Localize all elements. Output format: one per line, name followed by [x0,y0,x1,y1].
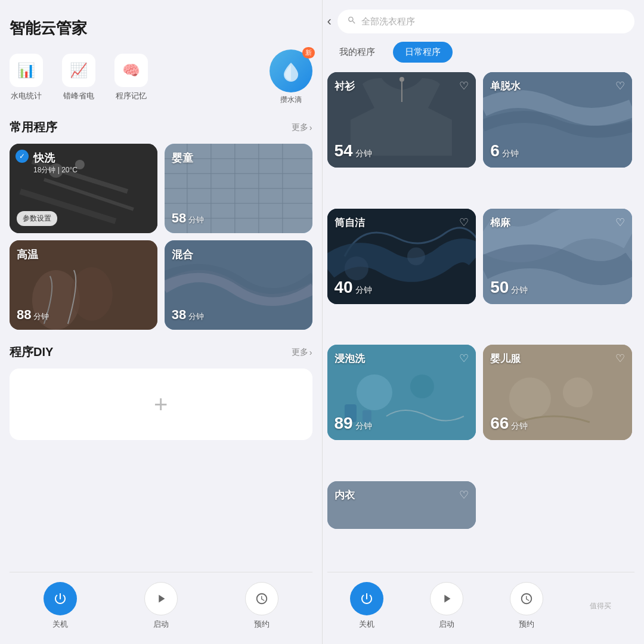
quick-wash-card[interactable]: ✓ 快洗 18分钟 | 20°C 参数设置 [10,144,157,233]
start-label-right: 启动 [439,619,454,630]
spin-content: 单脱水 ♡ 6 分钟 [483,72,632,168]
underwear-card[interactable]: 内衣 ♡ [327,481,476,529]
right-bottom-bar: 关机 启动 预约 值得买 [327,572,635,644]
shirt-name: 衬衫 [335,79,355,93]
tab-my-programs[interactable]: 我的程序 [327,42,387,63]
program-mem-label: 程序记忆 [116,91,147,101]
cotton-card[interactable]: 棉麻 ♡ 50 分钟 [483,209,632,304]
search-bar[interactable]: 全部洗衣程序 [338,10,634,33]
clean-content: 筒自洁 ♡ 40 分钟 [327,209,476,304]
schedule-icon-right [510,582,543,615]
programs-grid: ✓ 快洗 18分钟 | 20°C 参数设置 [10,144,312,330]
power-button-left[interactable]: 关机 [44,582,77,630]
high-temp-name: 高温 [17,247,150,262]
common-programs-more[interactable]: 更多 › [292,122,312,133]
baby-clothes-heart[interactable]: ♡ [615,352,625,365]
soak-heart[interactable]: ♡ [459,352,469,365]
start-label-left: 启动 [153,619,169,630]
mix-duration: 38 分钟 [172,307,305,323]
check-mark: ✓ [16,150,29,163]
schedule-button-left[interactable]: 预约 [245,582,278,630]
baby-clothes-duration: 66 分钟 [490,414,625,433]
schedule-label-left: 预约 [254,619,270,630]
diy-more[interactable]: 更多 › [292,347,312,358]
mix-content: 混合 38 分钟 [165,240,312,330]
water-drop-label: 攒水滴 [270,95,312,105]
single-spin-card[interactable]: 单脱水 ♡ 6 分钟 [483,72,632,168]
right-header: ‹ 全部洗衣程序 [327,10,635,33]
diy-section: 程序DIY 更多 › + [10,344,312,440]
programs-list: 衬衫 ♡ 54 分钟 单脱水 ♡ 6 分钟 [327,72,635,572]
cotton-content: 棉麻 ♡ 50 分钟 [483,209,632,304]
underwear-heart[interactable]: ♡ [459,488,469,501]
power-icon-right [350,582,383,615]
spin-duration: 6 分钟 [490,141,625,160]
water-elec-label: 水电统计 [11,91,42,101]
search-placeholder: 全部洗衣程序 [361,16,415,27]
tabs-row: 我的程序 日常程序 [327,42,635,63]
params-btn[interactable]: 参数设置 [17,211,57,226]
baby-clothes-card[interactable]: 婴儿服 ♡ 66 分钟 [483,345,632,440]
program-mem-icon: 🧠 [114,54,148,87]
peak-save-item[interactable]: 📈 错峰省电 [62,54,95,101]
mix-card[interactable]: 混合 38 分钟 [165,240,312,330]
diy-add-card[interactable]: + [10,369,312,440]
underwear-content: 内衣 ♡ [327,481,476,529]
water-drop-container[interactable]: 新 攒水滴 [270,49,312,105]
soak-card[interactable]: 浸泡洗 ♡ 89 分钟 [327,345,476,440]
power-label-left: 关机 [52,619,68,630]
baby-name: 婴童 [172,151,305,165]
diy-plus-icon: + [154,391,168,418]
diy-title: 程序DIY [10,344,53,360]
diy-header: 程序DIY 更多 › [10,344,312,360]
right-panel: ‹ 全部洗衣程序 我的程序 日常程序 [323,0,645,644]
drum-clean-card[interactable]: 筒自洁 ♡ 40 分钟 [327,209,476,304]
peak-save-label: 错峰省电 [63,91,94,101]
cotton-name: 棉麻 [490,216,510,230]
shirt-card[interactable]: 衬衫 ♡ 54 分钟 [327,72,476,168]
power-icon-left [44,582,77,615]
back-button[interactable]: ‹ [327,14,332,29]
schedule-label-right: 预约 [519,619,534,630]
schedule-icon-left [245,582,278,615]
cotton-duration: 50 分钟 [490,278,625,297]
quick-wash-subtitle: 18分钟 | 20°C [33,165,150,175]
top-icons-row: 📊 水电统计 📈 错峰省电 🧠 程序记忆 新 攒水滴 [10,49,312,105]
spin-name: 单脱水 [490,79,521,93]
start-icon-right [430,582,463,615]
schedule-button-right[interactable]: 预约 [510,582,543,630]
program-mem-item[interactable]: 🧠 程序记忆 [114,54,148,101]
baby-duration: 58 分钟 [172,210,305,226]
mix-name: 混合 [172,247,305,262]
high-temp-content: 高温 88 分钟 [10,240,157,330]
shirt-duration: 54 分钟 [335,141,469,160]
quick-wash-content: ✓ 快洗 18分钟 | 20°C 参数设置 [10,144,157,233]
water-elec-item[interactable]: 📊 水电统计 [10,54,43,101]
baby-clothes-name: 婴儿服 [490,352,521,366]
spin-heart[interactable]: ♡ [615,79,625,92]
start-icon-left [144,582,178,615]
high-temp-card[interactable]: 高温 88 分钟 [10,240,157,330]
cotton-heart[interactable]: ♡ [615,216,625,229]
start-button-left[interactable]: 启动 [144,582,178,630]
clean-heart[interactable]: ♡ [459,216,469,229]
soak-content: 浸泡洗 ♡ 89 分钟 [327,345,476,440]
baby-card[interactable]: 婴童 58 分钟 [165,144,312,233]
watermark-item: 值得买 [590,601,611,611]
start-button-right[interactable]: 启动 [430,582,463,630]
clean-name: 筒自洁 [335,216,365,230]
soak-duration: 89 分钟 [335,414,469,433]
left-panel: 智能云管家 📊 水电统计 📈 错峰省电 🧠 程序记忆 新 攒水滴 常用程序 [0,0,322,644]
common-programs-title: 常用程序 [10,119,57,135]
peak-save-icon: 📈 [62,54,95,87]
left-bottom-bar: 关机 启动 预约 [10,572,312,644]
shirt-heart[interactable]: ♡ [459,79,469,92]
soak-name: 浸泡洗 [335,352,365,366]
baby-content: 婴童 58 分钟 [165,144,312,233]
new-badge: 新 [302,47,315,58]
tab-daily-programs[interactable]: 日常程序 [393,42,453,63]
clean-duration: 40 分钟 [335,278,469,297]
common-programs-header: 常用程序 更多 › [10,119,312,135]
power-button-right[interactable]: 关机 [350,582,383,630]
search-icon [347,16,357,27]
